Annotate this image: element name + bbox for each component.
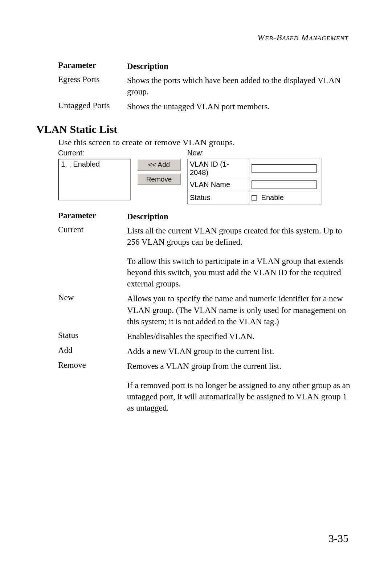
param-desc: If a removed port is no longer be assign… [127, 380, 352, 414]
new-fields-table: VLAN ID (1-2048) VLAN Name Status Enable [187, 159, 322, 204]
param-name: Current [58, 225, 127, 248]
param-desc: Removes a VLAN group from the current li… [127, 361, 352, 372]
page-number: 3-35 [328, 532, 348, 545]
param-name: New [58, 293, 127, 327]
col-header-description: Description [127, 211, 352, 222]
param-name: Untagged Ports [58, 101, 127, 112]
param-name: Add [58, 346, 127, 357]
param-desc: Lists all the current VLAN groups create… [127, 225, 352, 248]
running-head: Web-Based Management [36, 33, 352, 42]
current-listbox[interactable]: 1, , Enabled [58, 159, 131, 200]
add-button[interactable]: << Add [137, 159, 181, 171]
col-header-description: Description [127, 61, 352, 72]
param-desc: Shows the untagged VLAN port members. [127, 101, 352, 112]
section-heading: VLAN Static List [36, 123, 352, 135]
new-label: New: [187, 149, 322, 157]
param-table-2: Parameter Description Current Lists all … [58, 211, 352, 414]
col-header-parameter: Parameter [58, 211, 127, 222]
param-desc: Allows you to specify the name and numer… [127, 293, 352, 327]
param-name: Status [58, 331, 127, 342]
param-name [58, 380, 127, 414]
enable-label: Enable [261, 194, 284, 201]
vlan-id-label: VLAN ID (1-2048) [188, 159, 249, 178]
param-desc: Adds a new VLAN group to the current lis… [127, 346, 352, 357]
param-name [58, 256, 127, 289]
vlan-id-input[interactable] [252, 164, 317, 173]
param-desc: To allow this switch to participate in a… [127, 256, 352, 289]
param-name: Egress Ports [58, 75, 127, 97]
vlan-name-label: VLAN Name [188, 178, 249, 191]
status-label: Status [188, 191, 249, 204]
vlan-name-input[interactable] [252, 180, 317, 189]
col-header-parameter: Parameter [58, 61, 127, 72]
param-desc: Shows the ports which have been added to… [127, 75, 352, 97]
param-name: Remove [58, 361, 127, 372]
enable-checkbox[interactable] [252, 195, 257, 201]
param-table-1: Parameter Description Egress Ports Shows… [58, 61, 352, 112]
current-label: Current: [58, 149, 131, 157]
remove-button[interactable]: Remove [137, 174, 181, 185]
section-intro: Use this screen to create or remove VLAN… [58, 138, 352, 147]
list-item[interactable]: 1, , Enabled [61, 160, 128, 168]
param-desc: Enables/disables the specified VLAN. [127, 331, 352, 342]
ui-screenshot: Current: 1, , Enabled << Add Remove New:… [58, 149, 352, 204]
